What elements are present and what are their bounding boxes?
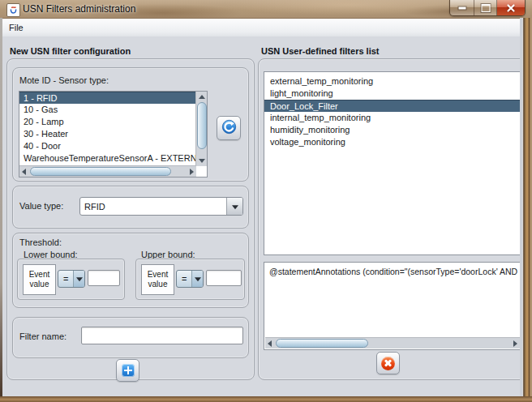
maximize-icon — [481, 4, 490, 12]
list-item[interactable]: 1 - RFID — [19, 92, 196, 104]
close-icon — [507, 1, 516, 15]
menu-bar: File — [2, 19, 520, 37]
delete-filter-button[interactable] — [376, 352, 400, 374]
scroll-right-icon — [190, 169, 194, 175]
combo-arrow-button[interactable] — [191, 271, 203, 287]
combo-arrow-button[interactable] — [73, 271, 84, 287]
list-item[interactable]: 40 - Door — [19, 140, 196, 152]
threshold-label: Threshold: — [19, 237, 62, 247]
scroll-right-icon — [513, 340, 517, 347]
chevron-down-icon — [232, 205, 238, 209]
window-frame-right — [520, 18, 532, 397]
right-panel-title: USN User-defined filters list — [261, 46, 379, 56]
lower-operator-value: = — [63, 271, 68, 287]
list-item[interactable]: 10 - Gas — [19, 104, 196, 116]
chevron-down-icon — [76, 277, 83, 281]
app-window: USN Filters administration File New USN … — [0, 0, 532, 402]
mote-list-vertical-scrollbar[interactable] — [195, 92, 207, 166]
minimize-icon — [458, 6, 466, 9]
list-item[interactable]: WarehouseTemperatureSensorA - EXTERNAL T… — [19, 152, 196, 165]
lower-operator-combobox[interactable]: = — [58, 270, 85, 288]
list-item[interactable]: external_temp_monitoring — [264, 75, 521, 88]
mote-list-label: Mote ID - Sensor type: — [19, 75, 109, 85]
vertical-scroll-thumb[interactable] — [197, 102, 207, 149]
delete-icon — [381, 357, 395, 370]
combo-arrow-button[interactable] — [226, 198, 242, 215]
user-filters-list[interactable]: external_temp_monitoringlight_monitoring… — [264, 71, 521, 255]
list-item[interactable]: voltage_monitoring — [264, 136, 521, 148]
list-item[interactable]: light_monitoring — [264, 88, 521, 100]
list-item[interactable]: 30 - Heater — [19, 128, 196, 140]
scroll-left-icon — [22, 169, 26, 175]
left-panel-title: New USN filter configuration — [10, 46, 131, 56]
value-type-label: Value type: — [19, 201, 63, 211]
filters-list-items: external_temp_monitoringlight_monitoring… — [264, 75, 521, 254]
lower-bound-input[interactable] — [88, 270, 120, 286]
filter-name-input[interactable] — [81, 327, 243, 344]
lower-event-value-label: Event value — [23, 264, 56, 295]
list-item[interactable]: humidity_monitoring — [264, 124, 521, 136]
list-item[interactable]: internal_temp_monitoring — [264, 112, 521, 124]
mote-list-horizontal-scrollbar[interactable] — [19, 165, 196, 177]
window-frame-left — [0, 18, 2, 397]
filter-name-label: Filter name: — [19, 331, 66, 341]
add-icon — [122, 364, 135, 377]
scroll-up-icon — [199, 95, 205, 99]
chevron-down-icon — [195, 277, 201, 281]
menu-file[interactable]: File — [2, 19, 30, 36]
java-app-icon — [6, 3, 20, 17]
upper-bound-input[interactable] — [206, 270, 242, 286]
filter-definition-text: @statementAnnotations (condition="(senso… — [269, 267, 521, 276]
mote-sensor-list[interactable]: 1 - RFID10 - Gas20 - Lamp30 - Heater40 -… — [19, 91, 208, 177]
value-type-selected: RFID — [84, 198, 105, 215]
refresh-icon — [221, 119, 237, 138]
close-button[interactable] — [497, 0, 525, 15]
upper-operator-combobox[interactable]: = — [176, 270, 204, 288]
title-bar[interactable]: USN Filters administration — [0, 0, 532, 19]
mote-list-items: 1 - RFID10 - Gas20 - Lamp30 - Heater40 -… — [19, 92, 196, 166]
value-type-combobox[interactable]: RFID — [79, 197, 243, 216]
maximize-button[interactable] — [474, 0, 497, 15]
scroll-left-icon — [268, 340, 272, 347]
window-frame-bottom — [0, 396, 532, 402]
definition-horizontal-scrollbar[interactable] — [265, 337, 520, 349]
window-controls — [449, 0, 526, 16]
add-filter-button[interactable] — [116, 359, 139, 382]
window-title: USN Filters administration — [23, 0, 135, 18]
list-item[interactable]: 20 - Lamp — [19, 116, 196, 128]
filter-definition-textarea[interactable]: @statementAnnotations (condition="(senso… — [264, 262, 521, 350]
refresh-motes-button[interactable] — [217, 116, 241, 140]
horizontal-scroll-thumb[interactable] — [276, 339, 368, 348]
upper-operator-value: = — [182, 271, 187, 287]
scroll-down-icon — [199, 159, 205, 163]
upper-event-value-label: Event value — [141, 264, 174, 295]
list-item[interactable]: Door_Lock_Filter — [264, 100, 521, 112]
horizontal-scroll-thumb[interactable] — [30, 167, 171, 176]
minimize-button[interactable] — [450, 0, 474, 15]
